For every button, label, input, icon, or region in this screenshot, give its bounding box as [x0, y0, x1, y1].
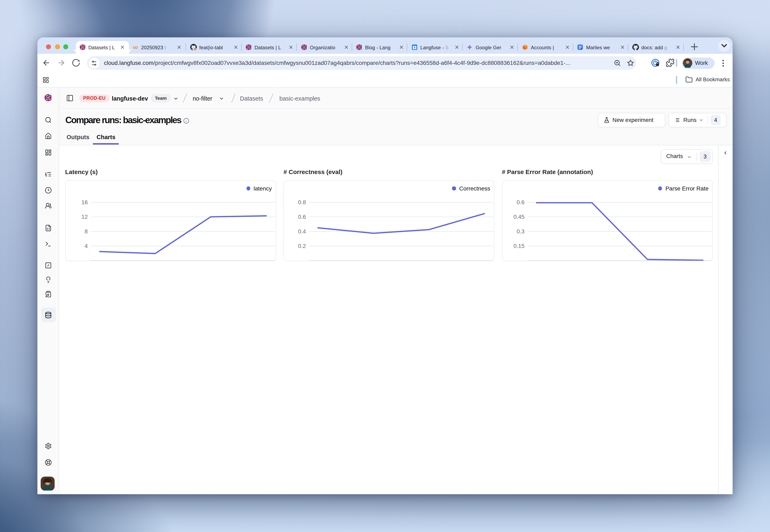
svg-text:4: 4: [84, 243, 87, 249]
svg-text:12: 12: [81, 213, 87, 220]
svg-text:0.8: 0.8: [298, 199, 306, 205]
svg-text:16: 16: [81, 199, 87, 205]
svg-text:0.45: 0.45: [513, 213, 524, 220]
svg-text:0.6: 0.6: [298, 213, 306, 220]
svg-text:0.4: 0.4: [298, 228, 306, 234]
svg-text:0.2: 0.2: [298, 243, 306, 249]
svg-text:0.15: 0.15: [513, 243, 524, 249]
svg-text:0.6: 0.6: [516, 199, 524, 205]
svg-text:0.3: 0.3: [516, 228, 524, 234]
svg-text:8: 8: [84, 228, 87, 234]
